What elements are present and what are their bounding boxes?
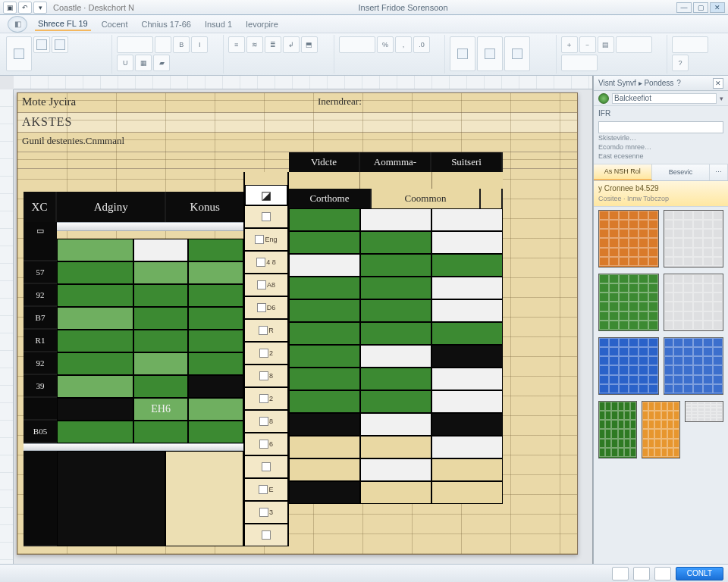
table-row-right[interactable] bbox=[289, 345, 503, 368]
row-stub[interactable] bbox=[24, 239, 57, 261]
data-cell[interactable] bbox=[57, 421, 133, 443]
cell-a2[interactable]: AKSTES bbox=[17, 113, 313, 132]
col-hdr-corthome[interactable]: Corthome bbox=[289, 189, 372, 208]
mid-label[interactable]: E bbox=[245, 478, 287, 501]
table-row-right[interactable] bbox=[289, 254, 503, 277]
fill-button[interactable]: ▰ bbox=[153, 55, 170, 71]
data-cell[interactable] bbox=[289, 368, 360, 390]
mid-header[interactable]: ◪ bbox=[245, 185, 287, 205]
table-row-left[interactable]: 92 bbox=[24, 284, 243, 307]
data-cell[interactable] bbox=[431, 208, 503, 231]
data-cell[interactable] bbox=[360, 413, 431, 436]
data-cell[interactable] bbox=[431, 413, 503, 436]
status-ok-button[interactable]: CONLT bbox=[676, 567, 723, 580]
qat-menu-icon[interactable]: ▾ bbox=[33, 2, 47, 14]
row-stub[interactable]: 92 bbox=[24, 284, 57, 307]
minimize-button[interactable]: — bbox=[676, 2, 692, 13]
table-row-left[interactable]: B7 bbox=[24, 307, 243, 330]
table-style-button[interactable] bbox=[477, 36, 503, 71]
pane-tab-more-icon[interactable]: ⋯ bbox=[710, 164, 728, 180]
mid-label[interactable]: 4 8 bbox=[245, 251, 287, 274]
data-cell[interactable] bbox=[289, 413, 360, 436]
data-cell[interactable] bbox=[360, 254, 431, 277]
data-cell[interactable] bbox=[431, 322, 503, 345]
data-cell[interactable] bbox=[188, 375, 243, 398]
view-normal-button[interactable] bbox=[612, 567, 629, 580]
col-hdr-adginy[interactable]: Adginy bbox=[57, 192, 166, 222]
ribbon-tab-2[interactable]: Chnius 17-66 bbox=[139, 18, 194, 30]
data-cell[interactable] bbox=[289, 345, 360, 368]
data-cell[interactable] bbox=[133, 330, 189, 352]
data-cell[interactable] bbox=[431, 345, 503, 368]
data-cell[interactable] bbox=[133, 239, 189, 261]
data-cell[interactable] bbox=[431, 481, 503, 504]
table-row-right[interactable] bbox=[289, 481, 503, 504]
data-cell[interactable] bbox=[188, 398, 243, 421]
data-cell[interactable] bbox=[289, 254, 360, 277]
view-layout-button[interactable] bbox=[633, 567, 650, 580]
mid-label[interactable]: 6 bbox=[245, 433, 287, 455]
data-cell[interactable] bbox=[360, 368, 431, 390]
table-left-hscroll[interactable] bbox=[24, 443, 243, 451]
toggle-icon[interactable]: ◪ bbox=[261, 189, 271, 202]
cell-style-button[interactable] bbox=[504, 36, 530, 71]
swatch-gray-2[interactable] bbox=[664, 274, 724, 331]
merge-button[interactable]: ⬒ bbox=[301, 36, 318, 53]
pane-close-icon[interactable]: ✕ bbox=[713, 78, 723, 89]
row-stub[interactable]: 57 bbox=[24, 261, 57, 284]
col-hdr-konus[interactable]: Konus bbox=[166, 192, 243, 222]
data-cell[interactable] bbox=[133, 375, 189, 398]
data-cell[interactable] bbox=[133, 421, 189, 443]
font-picker[interactable] bbox=[117, 36, 153, 53]
font-size[interactable] bbox=[155, 36, 171, 53]
ruler-horizontal[interactable] bbox=[14, 76, 592, 89]
data-cell[interactable] bbox=[431, 436, 503, 458]
data-cell[interactable] bbox=[57, 284, 133, 307]
data-cell[interactable] bbox=[188, 330, 243, 352]
data-cell[interactable] bbox=[360, 345, 431, 368]
table-row-right[interactable] bbox=[289, 208, 503, 231]
border-button[interactable]: ▦ bbox=[135, 55, 152, 71]
data-cell[interactable] bbox=[360, 390, 431, 413]
data-cell[interactable] bbox=[360, 458, 431, 481]
data-cell[interactable] bbox=[57, 261, 133, 284]
col-hdr-suitseri[interactable]: Suitseri bbox=[431, 152, 503, 172]
paste-button[interactable] bbox=[6, 36, 32, 71]
data-cell[interactable] bbox=[360, 481, 431, 504]
table-row-right[interactable] bbox=[289, 413, 503, 436]
mid-label[interactable]: R bbox=[245, 319, 287, 342]
underline-button[interactable]: U bbox=[117, 55, 133, 71]
row-stub[interactable] bbox=[24, 398, 57, 421]
table-row-right[interactable] bbox=[289, 436, 503, 458]
cut-button[interactable] bbox=[33, 36, 50, 53]
cell-d1[interactable]: Inerndrear: bbox=[313, 93, 465, 112]
data-cell[interactable] bbox=[431, 458, 503, 481]
data-cell[interactable] bbox=[57, 239, 133, 261]
wrap-button[interactable]: ↲ bbox=[283, 36, 300, 53]
data-cell[interactable] bbox=[289, 458, 360, 481]
col-hdr-aommma[interactable]: Aommma- bbox=[360, 152, 431, 172]
sheet-row-1[interactable]: Mote Jycira Inerndrear: bbox=[17, 93, 577, 113]
qat-undo-icon[interactable]: ↶ bbox=[18, 2, 32, 14]
data-cell[interactable] bbox=[188, 284, 243, 307]
data-cell[interactable] bbox=[57, 375, 133, 398]
data-cell[interactable] bbox=[431, 277, 503, 299]
swatch-green[interactable] bbox=[598, 274, 659, 331]
data-cell[interactable] bbox=[431, 299, 503, 322]
cell-a3[interactable]: Gunil destenies.Cnmmanl bbox=[17, 133, 313, 152]
cell-a1[interactable]: Mote Jycira bbox=[17, 93, 313, 112]
data-cell[interactable] bbox=[57, 398, 133, 421]
pane-title-bar[interactable]: Visnt Synvf ▸ Pondess ? ✕ bbox=[594, 76, 728, 91]
copy-button[interactable] bbox=[52, 36, 68, 53]
table-row-left[interactable]: R1 bbox=[24, 330, 243, 352]
row-stub[interactable]: 39 bbox=[24, 375, 57, 398]
align-center-button[interactable]: ≋ bbox=[246, 36, 263, 53]
row-stub[interactable]: B7 bbox=[24, 307, 57, 330]
align-left-button[interactable]: ≡ bbox=[228, 36, 245, 53]
file-menu-button[interactable]: ◧ bbox=[8, 16, 27, 33]
close-button[interactable]: ✕ bbox=[710, 2, 725, 13]
data-cell[interactable] bbox=[133, 307, 189, 330]
pane-tab-2[interactable]: Besevic bbox=[652, 164, 711, 180]
data-cell[interactable] bbox=[289, 299, 360, 322]
data-cell[interactable] bbox=[360, 208, 431, 231]
